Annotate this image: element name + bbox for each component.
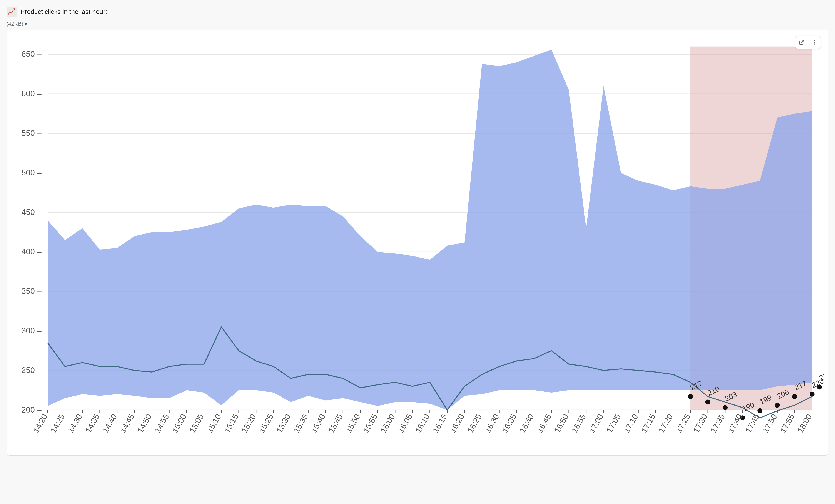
open-external-button[interactable] xyxy=(795,36,808,49)
svg-text:300 –: 300 – xyxy=(22,326,42,335)
svg-text:16:30: 16:30 xyxy=(483,413,501,434)
svg-text:400 –: 400 – xyxy=(22,247,42,256)
svg-text:17:10: 17:10 xyxy=(622,413,640,434)
svg-text:550 –: 550 – xyxy=(22,129,42,138)
svg-text:17:55: 17:55 xyxy=(778,413,796,434)
svg-text:15:30: 15:30 xyxy=(274,413,292,434)
svg-point-28 xyxy=(706,400,710,405)
svg-text:17:35: 17:35 xyxy=(709,413,727,434)
svg-text:17:30: 17:30 xyxy=(692,413,709,434)
svg-text:14:50: 14:50 xyxy=(136,413,154,434)
svg-text:650 –: 650 – xyxy=(22,49,42,59)
svg-text:16:55: 16:55 xyxy=(570,413,588,434)
svg-text:15:20: 15:20 xyxy=(240,413,258,434)
message-header: Product clicks in the last hour: xyxy=(6,6,829,17)
svg-text:16:05: 16:05 xyxy=(396,413,414,434)
svg-text:14:20: 14:20 xyxy=(31,413,49,434)
svg-text:17:05: 17:05 xyxy=(605,413,623,434)
svg-point-26 xyxy=(688,394,693,399)
attachment-action-bar xyxy=(795,36,821,49)
svg-point-4 xyxy=(814,43,815,44)
svg-text:350 –: 350 – xyxy=(22,287,42,296)
svg-text:15:10: 15:10 xyxy=(205,413,223,434)
svg-text:14:30: 14:30 xyxy=(66,413,84,434)
svg-text:450 –: 450 – xyxy=(22,208,42,217)
external-link-icon xyxy=(799,40,805,45)
svg-point-36 xyxy=(775,403,780,408)
svg-text:16:15: 16:15 xyxy=(431,413,449,434)
svg-text:14:55: 14:55 xyxy=(153,413,171,434)
svg-text:17:25: 17:25 xyxy=(674,413,692,434)
svg-text:15:50: 15:50 xyxy=(344,413,362,434)
more-actions-button[interactable] xyxy=(808,36,821,49)
svg-point-2 xyxy=(814,40,815,41)
kebab-icon xyxy=(812,40,817,45)
svg-text:17:20: 17:20 xyxy=(657,413,674,434)
svg-line-1 xyxy=(801,40,804,43)
svg-text:200 –: 200 – xyxy=(22,405,42,414)
svg-text:17:15: 17:15 xyxy=(639,413,657,434)
svg-text:15:00: 15:00 xyxy=(170,413,188,434)
svg-point-3 xyxy=(814,42,815,43)
svg-point-40 xyxy=(810,392,815,397)
svg-text:15:15: 15:15 xyxy=(222,413,240,434)
svg-text:250 –: 250 – xyxy=(22,366,42,375)
svg-point-42 xyxy=(817,384,822,390)
attachment-size-label: (42 kB) xyxy=(6,21,23,27)
svg-text:16:25: 16:25 xyxy=(466,413,484,434)
attachment-size-dropdown[interactable]: (42 kB) xyxy=(6,21,829,27)
chart-plot: 200 –250 –300 –350 –400 –450 –500 –550 –… xyxy=(11,34,824,453)
svg-text:14:35: 14:35 xyxy=(83,413,101,434)
chart-trend-icon xyxy=(6,6,17,17)
svg-text:16:00: 16:00 xyxy=(379,413,396,434)
message-title: Product clicks in the last hour: xyxy=(20,8,107,16)
svg-text:16:35: 16:35 xyxy=(500,413,518,434)
svg-text:15:25: 15:25 xyxy=(257,413,275,434)
svg-point-30 xyxy=(723,405,728,410)
svg-text:15:45: 15:45 xyxy=(327,413,345,434)
svg-text:15:40: 15:40 xyxy=(309,413,327,434)
svg-text:14:45: 14:45 xyxy=(118,413,136,434)
svg-text:17:40: 17:40 xyxy=(726,413,744,434)
svg-text:17:00: 17:00 xyxy=(587,413,605,434)
svg-point-38 xyxy=(792,394,797,399)
caret-down-icon xyxy=(25,23,27,25)
svg-text:16:10: 16:10 xyxy=(413,413,431,434)
svg-text:16:45: 16:45 xyxy=(535,413,553,434)
svg-text:17:45: 17:45 xyxy=(744,413,761,434)
svg-text:14:25: 14:25 xyxy=(49,413,66,434)
svg-text:15:55: 15:55 xyxy=(361,413,379,434)
svg-text:16:40: 16:40 xyxy=(518,413,535,434)
svg-text:14:40: 14:40 xyxy=(101,413,119,434)
svg-text:600 –: 600 – xyxy=(22,89,42,98)
svg-text:15:35: 15:35 xyxy=(292,413,310,434)
svg-text:16:20: 16:20 xyxy=(448,413,466,434)
chart-attachment: 200 –250 –300 –350 –400 –450 –500 –550 –… xyxy=(6,30,829,456)
svg-text:16:50: 16:50 xyxy=(552,413,570,434)
svg-text:18:00: 18:00 xyxy=(796,413,814,434)
svg-text:15:05: 15:05 xyxy=(188,413,205,434)
svg-text:500 –: 500 – xyxy=(22,168,42,177)
